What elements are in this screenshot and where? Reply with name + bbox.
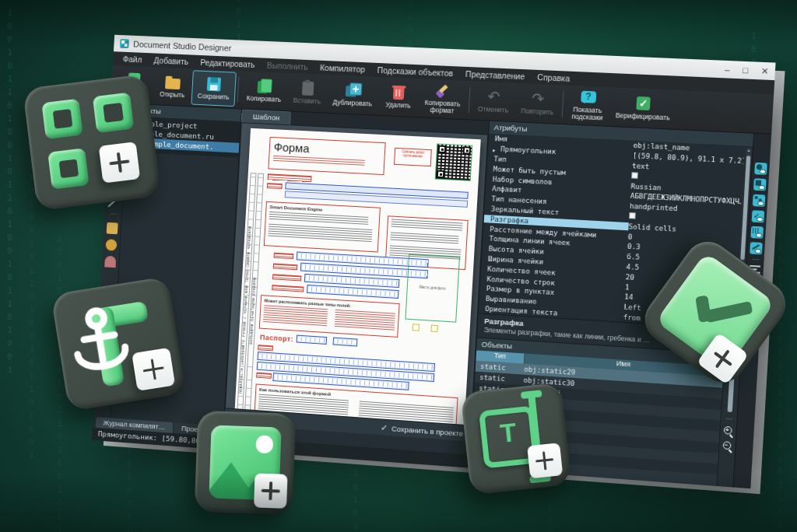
open-folder-icon — [165, 79, 181, 90]
close-button[interactable]: ✕ — [760, 65, 768, 76]
visibility-line-icon[interactable] — [750, 242, 763, 254]
visibility-barcode-icon[interactable] — [750, 226, 764, 239]
menu-edit[interactable]: Редактировать — [195, 57, 260, 70]
checkbox[interactable] — [629, 212, 636, 219]
surname-label[interactable] — [274, 253, 294, 259]
undo-arrow-icon — [485, 89, 503, 105]
copy-button[interactable]: Копировать — [240, 72, 288, 109]
form-document-preview: ПОЖАЛУЙСТА ЗАПОЛНЯЙТЕ РУЧКОЙ С ЧЕРНЫМИ И… — [232, 128, 480, 426]
form-name-label[interactable] — [268, 173, 312, 182]
trash-icon — [393, 88, 405, 100]
anchor-tool-icon[interactable] — [104, 256, 116, 268]
document-viewport[interactable]: ПОЖАЛУЙСТА ЗАПОЛНЯЙТЕ РУЧКОЙ С ЧЕРНЫМИ И… — [225, 122, 488, 425]
passport-row-label-2[interactable] — [256, 373, 272, 379]
duplicate-icon — [344, 82, 362, 99]
passport-number-field[interactable] — [332, 338, 357, 347]
zoom-in-icon[interactable]: + — [723, 425, 734, 436]
verify-check-icon — [636, 96, 650, 110]
visibility-anchor-icon[interactable] — [754, 163, 767, 175]
plus-icon — [99, 142, 140, 183]
minimize-button[interactable]: – — [725, 64, 730, 75]
objects-more-icon[interactable]: ⋯ — [725, 417, 732, 422]
format-brush-icon — [434, 83, 452, 99]
menu-file[interactable]: Файл — [118, 53, 148, 65]
verify-button[interactable]: Верифицировать — [609, 89, 678, 128]
menu-compiler[interactable]: Компилятор — [314, 61, 370, 75]
static-image-icon[interactable] — [107, 222, 118, 234]
menu-help[interactable]: Справка — [532, 72, 576, 85]
toolbox-more-icon[interactable]: ⋯ — [110, 212, 116, 217]
binary-pattern: 1001011010010110100101101001 — [775, 202, 785, 532]
plus-icon — [254, 473, 288, 509]
qr-code[interactable] — [435, 144, 473, 181]
visibility-more-icon[interactable]: ⋯ — [752, 258, 759, 262]
checkbox[interactable] — [631, 172, 638, 179]
show-hints-button[interactable]: Показать подсказки — [565, 87, 611, 124]
menu-run[interactable]: Выполнить — [262, 59, 314, 72]
hints-question-icon — [581, 91, 596, 103]
paste-clipboard-icon — [301, 82, 314, 96]
check-icon: ✓ — [381, 422, 388, 433]
save-floppy-icon — [207, 77, 221, 91]
copy-icon — [256, 79, 273, 95]
maximize-button[interactable]: □ — [743, 65, 749, 75]
plus-icon — [527, 443, 563, 478]
binary-pattern: 1001011010010110100101101001 — [54, 233, 65, 532]
decor-add-anchored-text-icon — [51, 276, 186, 411]
menu-add[interactable]: Добавить — [149, 54, 195, 67]
sde-info-field[interactable]: Smart Document Engine — [264, 201, 381, 253]
decor-add-text-field-icon — [460, 383, 571, 495]
gender-checkbox-m[interactable] — [413, 324, 420, 331]
save-button[interactable]: Сохранить — [191, 70, 237, 107]
redo-arrow-icon — [528, 91, 546, 107]
visibility-image-icon[interactable] — [753, 178, 767, 191]
duplicate-button[interactable]: Дублировать — [326, 76, 380, 114]
types-info-field[interactable]: Может распознавать разные типы полей: — [259, 295, 400, 338]
binary-pattern: 1001011010010110100101101001 — [5, 8, 15, 378]
visibility-check-icon[interactable]: ✓ — [752, 210, 765, 222]
app-icon — [120, 39, 129, 48]
app-window: Document Studio Designer – □ ✕ Файл Доба… — [92, 35, 776, 488]
delete-button[interactable]: Удалить — [377, 79, 420, 115]
small-label[interactable] — [267, 183, 283, 189]
redo-button[interactable]: Повторить — [514, 85, 561, 122]
birthdate-label[interactable] — [272, 274, 301, 281]
menu-view[interactable]: Представление — [460, 68, 531, 82]
open-button[interactable]: Открыть — [153, 68, 193, 104]
passport-row-label[interactable] — [258, 345, 273, 351]
form-title-field[interactable]: Форма — [268, 137, 385, 175]
gender-checkbox-f[interactable] — [430, 325, 437, 333]
anchor-icon — [61, 302, 140, 387]
copy-format-button[interactable]: Копировать формат — [418, 80, 468, 117]
decor-add-image-icon — [195, 411, 296, 515]
download-demo-field[interactable]: Скачать демо приложение — [394, 148, 432, 166]
undo-button[interactable]: Отменить — [471, 82, 516, 120]
photo-placeholder-field[interactable]: Место для фото — [405, 254, 460, 323]
passport-label: Паспорт: — [260, 334, 294, 344]
paste-button[interactable]: Вставить — [286, 75, 328, 111]
visibility-toggle-icon[interactable] — [105, 239, 117, 250]
passport-series-field[interactable] — [297, 335, 328, 345]
zoom-out-icon[interactable]: − — [722, 440, 732, 451]
name-label[interactable] — [273, 264, 298, 271]
visibility-dots-icon[interactable] — [753, 194, 766, 207]
decor-add-qr-icon — [23, 74, 161, 211]
birthplace-label[interactable] — [272, 285, 304, 292]
